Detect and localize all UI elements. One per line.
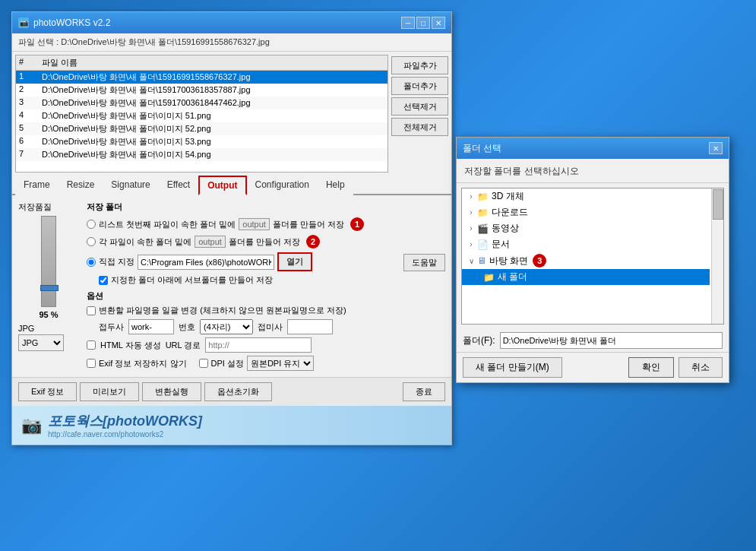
tab-signature[interactable]: Signature: [103, 176, 158, 195]
exif-info-button[interactable]: Exif 정보: [18, 382, 77, 401]
output-label-2: output: [195, 236, 226, 248]
tree-label-desktop: 바탕 화면: [489, 255, 528, 268]
exit-button[interactable]: 종료: [403, 382, 445, 401]
add-folder-button[interactable]: 폴더추가: [391, 77, 448, 95]
output-label-1: output: [239, 218, 270, 230]
expand-icon-video: ›: [465, 224, 477, 233]
brand-bar: 📷 포토웍스[photoWORKS] http://cafe.naver.com…: [12, 406, 451, 445]
tab-effect[interactable]: Effect: [159, 176, 198, 195]
new-folder-button[interactable]: 새 폴더 만들기(M): [463, 357, 562, 378]
badge-1-container: 1: [347, 217, 364, 231]
tree-item-docs[interactable]: › 📄 문서: [462, 236, 710, 252]
number-select[interactable]: (4자리) (3자리) (2자리): [200, 319, 253, 334]
open-button[interactable]: 열기: [277, 252, 312, 271]
table-row[interactable]: 4D:\OneDrive\바탕 화면\새 폴더\이미지 51.png: [16, 109, 387, 122]
app-icon: 📷: [18, 17, 29, 28]
subfolder-checkbox[interactable]: [99, 276, 108, 285]
dialog-title-text: 폴더 선택: [463, 142, 501, 155]
bottom-left-buttons: Exif 정보 미리보기 변환실행 옵션초기화: [18, 382, 272, 401]
radio-direct-row: 직접 지정 C:\Program Files (x86)\photoWORKS …: [87, 252, 445, 271]
output-panel: 저장품질 95 % JPG JPG PNG BMP: [12, 195, 451, 377]
tab-bar: Frame Resize Signature Effect Output Con…: [12, 176, 451, 195]
minimize-button[interactable]: ─: [401, 17, 415, 29]
url-input[interactable]: [205, 337, 312, 353]
tab-frame[interactable]: Frame: [15, 176, 59, 195]
convert-button[interactable]: 변환실행: [142, 382, 201, 401]
table-row[interactable]: 5D:\OneDrive\바탕 화면\새 폴더\이미지 52.png: [16, 122, 387, 135]
exif-checkbox[interactable]: [87, 359, 96, 368]
expand-icon-docs: ›: [465, 240, 477, 249]
tab-configuration[interactable]: Configuration: [247, 176, 318, 195]
radio-each-row: 각 파일이 속한 폴더 밑에 output 폴더를 만들어 저장 2: [87, 235, 445, 249]
tree-scrollbar-thumb: [713, 189, 723, 220]
table-row[interactable]: 1D:\OneDrive\바탕 화면\새 폴더\1591699155867632…: [16, 71, 387, 84]
add-file-button[interactable]: 파일추가: [391, 56, 448, 74]
table-row[interactable]: 7D:\OneDrive\바탕 화면\새 폴더\이미지 54.png: [16, 148, 387, 161]
number-label: 번호: [179, 321, 195, 333]
file-list: # 파일 이름 1D:\OneDrive\바탕 화면\새 폴더\15916991…: [15, 55, 388, 173]
badge-3: 3: [533, 254, 546, 268]
folder-tree[interactable]: › 📁 3D 개체 › 📁 다운로드 › 🎬 동영상 › 📄 문서: [461, 188, 724, 325]
suffix-input[interactable]: [287, 319, 333, 334]
tree-label-new-folder: 새 폴더: [498, 271, 527, 283]
format-label: JPG: [18, 324, 79, 333]
folder-path-input[interactable]: D:\OneDrive\바탕 화면\새 폴더: [500, 332, 723, 349]
main-content: 저장품질 95 % JPG JPG PNG BMP: [18, 201, 445, 371]
preview-button[interactable]: 미리보기: [80, 382, 139, 401]
tree-item-new-folder[interactable]: 📁 새 폴더: [462, 269, 710, 285]
brand-text: 포토웍스[photoWORKS]: [48, 412, 202, 430]
tree-label-docs: 문서: [492, 238, 510, 251]
prefix-input[interactable]: [128, 319, 174, 334]
url-path-label: URL 경로: [166, 340, 201, 351]
remove-selected-button[interactable]: 선택제거: [391, 97, 448, 116]
remove-all-button[interactable]: 전체제거: [391, 118, 448, 136]
cancel-button[interactable]: 취소: [679, 357, 723, 378]
title-bar-left: 📷 photoWORKS v2.2: [18, 17, 110, 28]
dpi-checkbox[interactable]: [199, 359, 208, 368]
tab-output[interactable]: Output: [198, 176, 246, 195]
expand-icon-3d: ›: [465, 192, 477, 201]
dialog-close-button[interactable]: ✕: [709, 142, 723, 154]
radio-direct[interactable]: [87, 258, 96, 267]
exif-dpi-row: Exif 정보 저장하지 않기 DPI 설정 원본DPI 유지 72 DPI 9…: [87, 356, 445, 371]
quality-slider-track[interactable]: [41, 216, 56, 307]
radio-list[interactable]: [87, 220, 96, 229]
radio-each[interactable]: [87, 237, 96, 246]
table-row[interactable]: 2D:\OneDrive\바탕 화면\새 폴더\1591700361835788…: [16, 84, 387, 97]
tree-scrollbar[interactable]: [711, 188, 723, 324]
quality-slider-thumb[interactable]: [40, 285, 59, 291]
quality-slider-container: 95 %: [18, 216, 79, 319]
dpi-label: DPI 설정: [211, 358, 244, 369]
tab-help[interactable]: Help: [318, 176, 353, 195]
title-bar: 📷 photoWORKS v2.2 ─ □ ✕: [12, 12, 451, 33]
table-row[interactable]: 6D:\OneDrive\바탕 화면\새 폴더\이미지 53.png: [16, 135, 387, 148]
maximize-button[interactable]: □: [416, 17, 430, 29]
folder-icon-docs: 📄: [477, 239, 489, 250]
dialog-confirm-cancel: 확인 취소: [628, 357, 723, 378]
tree-item-3d[interactable]: › 📁 3D 개체: [462, 188, 710, 204]
options-label: 옵션: [87, 290, 445, 302]
reset-button[interactable]: 옵션초기화: [204, 382, 272, 401]
col-num: #: [19, 57, 42, 68]
direct-path-input[interactable]: C:\Program Files (x86)\photoWORKS: [138, 255, 274, 270]
html-auto-checkbox[interactable]: [87, 340, 96, 350]
folder-icon-download: 📁: [477, 207, 489, 218]
format-select[interactable]: JPG PNG BMP: [18, 334, 64, 351]
tree-item-video[interactable]: › 🎬 동영상: [462, 220, 710, 236]
tree-item-desktop[interactable]: ∨ 🖥 바탕 화면 3: [462, 252, 710, 269]
dpi-select[interactable]: 원본DPI 유지 72 DPI 96 DPI: [247, 356, 314, 371]
tab-resize[interactable]: Resize: [59, 176, 103, 195]
rename-checkbox[interactable]: [87, 306, 96, 315]
help-button[interactable]: 도움말: [403, 254, 445, 271]
table-row[interactable]: 3D:\OneDrive\바탕 화면\새 폴더\1591700361844746…: [16, 97, 387, 109]
file-list-content[interactable]: 1D:\OneDrive\바탕 화면\새 폴더\1591699155867632…: [16, 71, 387, 170]
options-section: 옵션 변환할 파일명을 일괄 변경 (체크하지 않으면 원본파일명으로 저장) …: [87, 290, 445, 371]
confirm-button[interactable]: 확인: [628, 357, 674, 378]
quality-section: 저장품질 95 % JPG JPG PNG BMP: [18, 201, 79, 371]
folder-icon-desktop: 🖥: [477, 255, 486, 266]
side-buttons: 파일추가 폴더추가 선택제거 전체제거: [391, 55, 448, 173]
close-button[interactable]: ✕: [432, 17, 445, 29]
save-options: 저장 폴더 리스트 첫번째 파일이 속한 폴더 밑에 output 폴더를 만들…: [87, 201, 445, 371]
html-row: HTML 자동 생성 URL 경로: [87, 337, 445, 353]
tree-item-download[interactable]: › 📁 다운로드: [462, 204, 710, 220]
